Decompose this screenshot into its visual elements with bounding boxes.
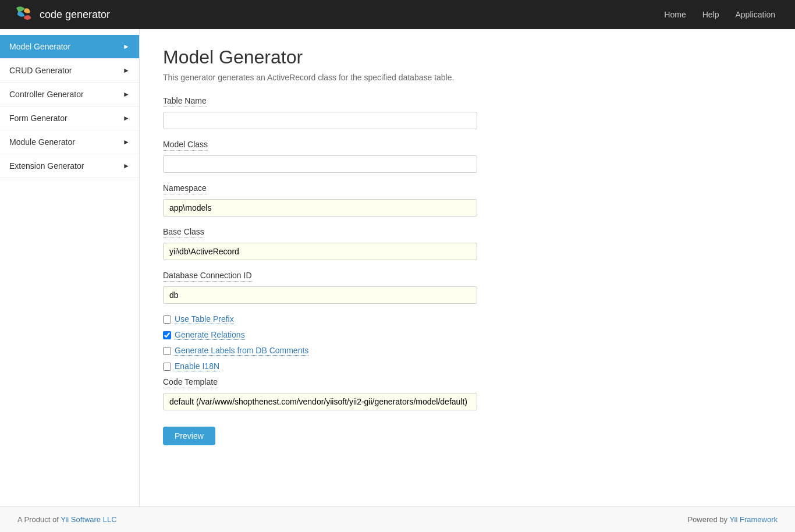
footer-left-text: A Product of — [17, 515, 61, 524]
generate-relations-checkbox[interactable] — [163, 331, 171, 339]
brand-text: code generator — [40, 9, 110, 21]
page-description: This generator generates an ActiveRecord… — [163, 73, 772, 82]
base-class-label: Base Class — [163, 227, 204, 238]
footer-left: A Product of Yii Software LLC — [17, 515, 117, 524]
sidebar-item-extension-generator[interactable]: Extension Generator ► — [0, 154, 139, 178]
yii-logo-icon — [12, 4, 35, 25]
main-container: Model Generator ► CRUD Generator ► Contr… — [0, 29, 795, 506]
chevron-right-icon: ► — [123, 138, 130, 146]
sidebar-item-label: Model Generator — [9, 42, 70, 51]
sidebar-item-module-generator[interactable]: Module Generator ► — [0, 130, 139, 154]
preview-button[interactable]: Preview — [163, 427, 215, 445]
code-template-input[interactable] — [163, 393, 477, 410]
use-table-prefix-checkbox[interactable] — [163, 315, 171, 324]
sidebar-item-crud-generator[interactable]: CRUD Generator ► — [0, 59, 139, 83]
sidebar-item-label: Extension Generator — [9, 161, 84, 171]
sidebar-item-controller-generator[interactable]: Controller Generator ► — [0, 83, 139, 107]
code-template-group: Code Template — [163, 377, 772, 410]
nav-home[interactable]: Home — [656, 1, 694, 29]
navbar: code generator Home Help Application — [0, 0, 795, 29]
generate-labels-label[interactable]: Generate Labels from DB Comments — [175, 346, 308, 356]
enable-i18n-group: Enable I18N — [163, 361, 772, 371]
sidebar-item-label: CRUD Generator — [9, 66, 72, 75]
generate-relations-label[interactable]: Generate Relations — [175, 330, 245, 340]
use-table-prefix-label[interactable]: Use Table Prefix — [175, 314, 234, 324]
footer-yii-framework-link[interactable]: Yii Framework — [729, 515, 778, 524]
generate-labels-checkbox[interactable] — [163, 347, 171, 355]
sidebar-item-label: Form Generator — [9, 114, 68, 123]
table-name-group: Table Name — [163, 96, 772, 129]
chevron-right-icon: ► — [123, 114, 130, 122]
chevron-right-icon: ► — [123, 42, 130, 51]
namespace-group: Namespace — [163, 183, 772, 217]
footer-yii-software-link[interactable]: Yii Software LLC — [61, 515, 116, 524]
nav-help[interactable]: Help — [694, 1, 727, 29]
model-class-label: Model Class — [163, 140, 208, 151]
table-name-input[interactable] — [163, 112, 477, 129]
enable-i18n-label[interactable]: Enable I18N — [175, 361, 219, 371]
page-title: Model Generator — [163, 47, 772, 68]
chevron-right-icon: ► — [123, 66, 130, 75]
chevron-right-icon: ► — [123, 162, 130, 170]
brand-link[interactable]: code generator — [12, 4, 110, 25]
db-connection-label: Database Connection ID — [163, 271, 252, 282]
namespace-label: Namespace — [163, 183, 207, 194]
use-table-prefix-group: Use Table Prefix — [163, 314, 772, 324]
db-connection-input[interactable] — [163, 286, 477, 304]
generate-labels-group: Generate Labels from DB Comments — [163, 346, 772, 356]
model-class-input[interactable] — [163, 155, 477, 173]
chevron-right-icon: ► — [123, 90, 130, 98]
db-connection-group: Database Connection ID — [163, 271, 772, 304]
footer-right: Powered by Yii Framework — [687, 515, 778, 524]
sidebar-item-label: Module Generator — [9, 137, 75, 147]
sidebar-item-label: Controller Generator — [9, 90, 84, 99]
sidebar-item-model-generator[interactable]: Model Generator ► — [0, 35, 139, 59]
model-class-group: Model Class — [163, 140, 772, 173]
nav-application[interactable]: Application — [727, 1, 784, 29]
base-class-group: Base Class — [163, 227, 772, 260]
base-class-input[interactable] — [163, 243, 477, 260]
content-area: Model Generator This generator generates… — [140, 29, 795, 506]
footer-right-text: Powered by — [687, 515, 729, 524]
generate-relations-group: Generate Relations — [163, 330, 772, 340]
namespace-input[interactable] — [163, 199, 477, 217]
nav-links: Home Help Application — [656, 1, 783, 29]
footer: A Product of Yii Software LLC Powered by… — [0, 506, 795, 532]
code-template-label: Code Template — [163, 377, 218, 388]
table-name-label: Table Name — [163, 96, 207, 107]
generator-form: Table Name Model Class Namespace Base Cl… — [163, 96, 772, 445]
sidebar-item-form-generator[interactable]: Form Generator ► — [0, 107, 139, 130]
enable-i18n-checkbox[interactable] — [163, 363, 171, 371]
sidebar: Model Generator ► CRUD Generator ► Contr… — [0, 29, 140, 506]
